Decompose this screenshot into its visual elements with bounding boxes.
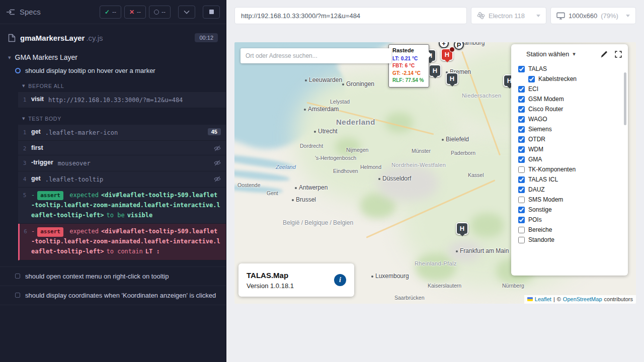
station-filter-item[interactable]: SMS Modem bbox=[518, 195, 624, 205]
assert-word: expected bbox=[69, 228, 99, 235]
pending-count-pill[interactable]: -- bbox=[149, 6, 171, 19]
pending-icon bbox=[154, 10, 159, 15]
station-filter-item[interactable]: GSM Modem bbox=[518, 94, 624, 104]
pending-test-row[interactable]: should display coordinates when 'Koordin… bbox=[0, 286, 226, 305]
browser-selector[interactable]: Electron 118 bbox=[471, 7, 546, 24]
openstreetmap-link[interactable]: OpenStreetMap bbox=[563, 296, 602, 302]
station-filter-item[interactable]: TALAS ICL bbox=[518, 174, 624, 185]
viewport-size: 1000x660 bbox=[569, 12, 597, 20]
specs-menu-icon[interactable] bbox=[6, 9, 15, 16]
station-checkbox[interactable] bbox=[518, 86, 525, 93]
station-checkbox[interactable] bbox=[518, 96, 525, 103]
station-label: Sonstige bbox=[528, 206, 552, 213]
command-row-first[interactable]: 2 first bbox=[18, 141, 226, 155]
suite-row[interactable]: ▾ GMA Markers Layer bbox=[0, 48, 226, 64]
stop-button[interactable] bbox=[203, 6, 220, 19]
test-body-commands: 1 get .leaflet-marker-icon 45 2 first 3 … bbox=[18, 125, 226, 260]
station-filter-item[interactable]: Siemens bbox=[518, 124, 624, 134]
test-body-section[interactable]: ▾ TEST BODY bbox=[0, 108, 226, 125]
station-filter-item[interactable]: Sonstige bbox=[518, 205, 624, 215]
station-label: DAUZ bbox=[528, 186, 545, 193]
assert-row-contain-failing[interactable]: 6 -assert expected<div#leaflet-tooltip-5… bbox=[18, 224, 226, 260]
station-marker-icon[interactable]: H bbox=[456, 222, 468, 235]
specs-title: Specs bbox=[20, 8, 41, 16]
station-filter-item[interactable]: Cisco Router bbox=[518, 104, 624, 114]
station-filter-item[interactable]: OTDR bbox=[518, 134, 624, 144]
search-input[interactable] bbox=[246, 52, 386, 59]
before-all-label: BEFORE ALL bbox=[28, 83, 64, 89]
station-checkbox[interactable] bbox=[518, 187, 525, 193]
station-filter-item[interactable]: POIs bbox=[518, 215, 624, 225]
url-input[interactable] bbox=[234, 7, 467, 24]
station-filter-item[interactable]: Kabelstrecken bbox=[528, 74, 624, 84]
station-filter-item[interactable]: DAUZ bbox=[518, 185, 624, 195]
terrain-patch bbox=[378, 165, 438, 201]
edit-pencil-icon[interactable] bbox=[601, 51, 608, 58]
terrain-patch bbox=[416, 253, 456, 281]
spec-file-row[interactable]: gmaMarkersLayer .cy.js 00:12 bbox=[0, 24, 226, 48]
aut-header: Electron 118 1000x660 (79%) bbox=[226, 0, 644, 24]
station-checkbox[interactable] bbox=[518, 136, 525, 143]
alarm-marker-icon[interactable]: H bbox=[441, 48, 453, 61]
station-checkbox[interactable] bbox=[518, 176, 525, 183]
fullscreen-expand-icon[interactable] bbox=[615, 51, 622, 58]
station-filter-item[interactable]: GMA bbox=[518, 154, 624, 164]
passed-count-pill[interactable]: ✓ -- bbox=[100, 6, 121, 19]
station-marker-icon[interactable]: H bbox=[429, 64, 441, 77]
assert-value: LT : bbox=[145, 248, 160, 255]
terrain-patch bbox=[234, 168, 290, 183]
command-row-get-tooltip[interactable]: 4 get .leaflet-tooltip bbox=[18, 171, 226, 188]
plus-marker-icon[interactable]: + bbox=[439, 42, 449, 48]
map-place-label: Zeeland bbox=[276, 164, 296, 170]
info-icon[interactable]: i bbox=[334, 274, 346, 286]
failed-count-pill[interactable]: ✕ -- bbox=[124, 6, 146, 19]
pending-test-title: should display coordinates when 'Koordin… bbox=[25, 292, 216, 299]
command-number: 6 bbox=[20, 227, 31, 235]
viewport-selector[interactable]: 1000x660 (79%) bbox=[550, 7, 636, 24]
before-all-section[interactable]: ▾ BEFORE ALL bbox=[0, 78, 226, 92]
station-checkbox[interactable] bbox=[518, 197, 525, 203]
station-checkbox[interactable] bbox=[518, 217, 525, 223]
attribution-suffix: contributors bbox=[604, 296, 633, 302]
station-checkbox[interactable] bbox=[518, 207, 525, 213]
station-filter-item[interactable]: Standorte bbox=[518, 235, 624, 245]
station-checkbox[interactable] bbox=[518, 166, 525, 173]
command-row-get-marker[interactable]: 1 get .leaflet-marker-icon 45 bbox=[18, 125, 226, 141]
station-marker-icon[interactable]: H bbox=[446, 72, 458, 85]
scrollbar-thumb[interactable] bbox=[624, 72, 626, 125]
assert-row-visible[interactable]: 5 -assert expected<div#leaflet-tooltip-5… bbox=[18, 188, 226, 224]
parking-marker-icon[interactable]: P bbox=[454, 42, 464, 50]
station-checkbox[interactable] bbox=[518, 106, 525, 113]
station-checkbox[interactable] bbox=[518, 126, 525, 133]
hidden-eye-icon bbox=[214, 176, 221, 182]
suite-caret-icon: ▾ bbox=[8, 54, 11, 61]
collapse-tests-button[interactable] bbox=[178, 6, 195, 19]
station-filter-item[interactable]: WAGO bbox=[518, 114, 624, 124]
chevron-down-icon bbox=[184, 10, 190, 14]
command-row-visit[interactable]: 1 visit http://192.168.10.33:3000/?m=12&… bbox=[18, 92, 226, 108]
station-checkbox[interactable] bbox=[518, 66, 525, 72]
station-checkbox[interactable] bbox=[518, 227, 525, 233]
station-checkbox[interactable] bbox=[518, 116, 525, 123]
map-place-label: Nordrhein-Westfalen bbox=[391, 162, 446, 168]
command-row-trigger[interactable]: 3 -trigger mouseover bbox=[18, 155, 226, 171]
station-checkbox[interactable] bbox=[528, 76, 535, 82]
pending-tests: should open context menu on right-click … bbox=[0, 266, 226, 305]
station-filter-item[interactable]: Bereiche bbox=[518, 225, 624, 235]
active-test-row[interactable]: should display tooltip on hover over a m… bbox=[0, 64, 226, 78]
station-checkbox[interactable] bbox=[518, 146, 525, 153]
leaflet-flag-icon bbox=[527, 297, 533, 301]
pending-test-row[interactable]: should open context menu on right-click … bbox=[0, 266, 226, 286]
station-filter-item[interactable]: WDM bbox=[518, 144, 624, 154]
station-filter-item[interactable]: TALAS bbox=[518, 64, 624, 74]
leaflet-link[interactable]: Leaflet bbox=[535, 296, 551, 302]
station-label: TALAS ICL bbox=[528, 176, 558, 183]
station-select-dropdown[interactable]: Station wählen ▾ bbox=[526, 50, 576, 58]
station-filter-item[interactable]: ECI bbox=[518, 84, 624, 94]
station-checkbox[interactable] bbox=[518, 237, 525, 243]
leaflet-map[interactable]: HamburgBremenNiedersachsenGroningenLeeuw… bbox=[234, 42, 636, 304]
station-checkbox[interactable] bbox=[518, 156, 525, 163]
failed-icon: ✕ bbox=[129, 9, 134, 16]
station-filter-item[interactable]: TK-Komponenten bbox=[518, 164, 624, 174]
command-method: -trigger bbox=[31, 158, 53, 166]
